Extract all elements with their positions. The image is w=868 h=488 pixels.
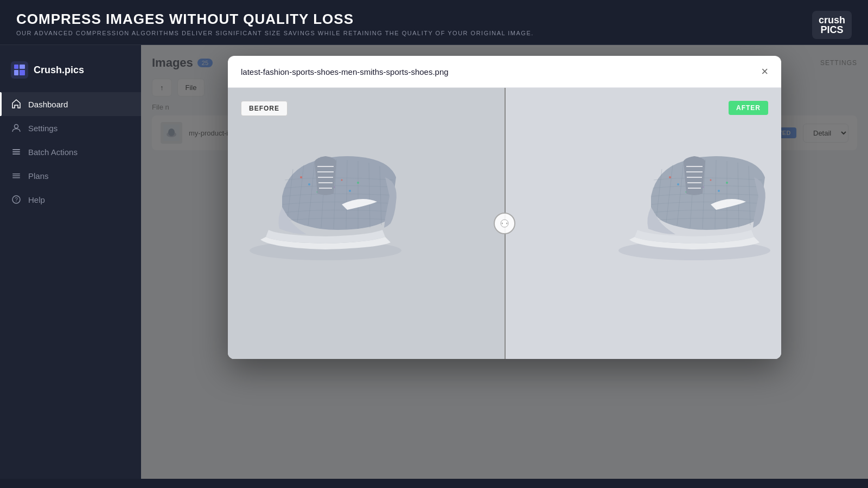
sidebar-brand[interactable]: Crush.pics xyxy=(0,56,141,92)
sidebar-brand-icon xyxy=(11,61,28,79)
modal-title: latest-fashion-sports-shoes-men-smiths-s… xyxy=(241,67,449,76)
sidebar-item-plans-label: Plans xyxy=(28,171,49,181)
help-icon: ? xyxy=(11,194,22,205)
batch-icon xyxy=(11,146,22,157)
svg-text:?: ? xyxy=(15,197,18,203)
modal: latest-fashion-sports-shoes-men-smiths-s… xyxy=(228,56,781,359)
shoe-after xyxy=(586,99,781,283)
main-content: Images 25 SETTINGS ↑ File File n xyxy=(141,45,868,479)
svg-point-27 xyxy=(308,183,310,185)
svg-point-49 xyxy=(669,176,671,178)
svg-point-55 xyxy=(718,190,720,192)
svg-point-4 xyxy=(15,125,18,129)
sidebar-item-help[interactable]: ? Help xyxy=(0,188,141,211)
svg-point-54 xyxy=(710,179,712,181)
sidebar-item-settings-label: Settings xyxy=(28,124,58,133)
sidebar-item-dashboard[interactable]: Dashboard xyxy=(0,92,141,116)
svg-rect-7 xyxy=(12,153,20,155)
svg-rect-6 xyxy=(12,151,20,152)
sidebar-nav: Dashboard Settings xyxy=(0,92,141,211)
svg-point-33 xyxy=(357,182,359,184)
sidebar: Crush.pics Dashboard Settings xyxy=(0,45,141,479)
svg-point-31 xyxy=(341,179,343,181)
svg-rect-8 xyxy=(12,174,20,175)
sidebar-item-batch-actions[interactable]: Batch Actions xyxy=(0,140,141,164)
modal-close-button[interactable]: × xyxy=(761,66,768,78)
svg-rect-5 xyxy=(12,149,20,150)
comparison-before: BEFORE xyxy=(228,88,505,359)
comparison-handle[interactable] xyxy=(494,213,515,234)
header-subtitle: OUR ADVANCED COMPRESSION ALGORITHMS DELI… xyxy=(16,30,852,36)
svg-point-56 xyxy=(726,182,728,184)
svg-point-26 xyxy=(300,176,302,178)
sidebar-brand-label: Crush.pics xyxy=(34,65,84,76)
modal-header: latest-fashion-sports-shoes-men-smiths-s… xyxy=(228,56,781,88)
svg-rect-1 xyxy=(20,65,25,69)
home-icon xyxy=(11,99,22,110)
svg-rect-0 xyxy=(14,65,18,69)
svg-rect-9 xyxy=(12,176,20,177)
sidebar-item-help-label: Help xyxy=(28,195,45,204)
comparison-container: BEFORE xyxy=(228,88,781,359)
sidebar-item-settings[interactable]: Settings xyxy=(0,116,141,140)
sidebar-item-batch-actions-label: Batch Actions xyxy=(28,147,78,157)
shoe-before xyxy=(228,99,423,283)
svg-point-32 xyxy=(349,190,351,192)
modal-overlay[interactable]: latest-fashion-sports-shoes-men-smiths-s… xyxy=(141,45,868,479)
svg-rect-3 xyxy=(20,70,25,75)
svg-rect-2 xyxy=(14,70,18,75)
logo-line2: PICS xyxy=(819,25,845,35)
plans-icon xyxy=(11,170,22,181)
sidebar-item-dashboard-label: Dashboard xyxy=(28,100,68,109)
logo: crush PICS xyxy=(812,11,852,39)
header: COMPRESS IMAGES WITHOUT QUALITY LOSS OUR… xyxy=(0,0,868,45)
svg-point-50 xyxy=(677,183,679,185)
user-icon xyxy=(11,123,22,133)
logo-line1: crush xyxy=(819,15,845,25)
modal-body: BEFORE xyxy=(228,88,781,359)
svg-rect-10 xyxy=(12,177,20,178)
sidebar-item-plans[interactable]: Plans xyxy=(0,164,141,188)
comparison-after: AFTER xyxy=(505,88,781,359)
header-title: COMPRESS IMAGES WITHOUT QUALITY LOSS xyxy=(16,11,852,28)
